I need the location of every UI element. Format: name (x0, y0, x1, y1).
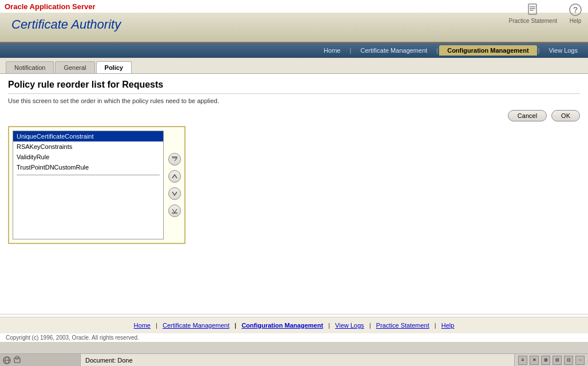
move-top-icon (171, 155, 179, 163)
statusbar-icon-4: ⊟ (553, 356, 562, 365)
page-description: Use this screen to set the order in whic… (8, 97, 580, 104)
help-icon: ? (569, 3, 582, 17)
statusbar: Document: Done ≡ ✕ ⊞ ⊟ ⊡ → (0, 353, 588, 366)
list-item[interactable]: ValidityRule (13, 152, 163, 162)
svg-rect-2 (530, 8, 535, 9)
move-bottom-icon (171, 207, 179, 215)
header-top: Oracle Application Server (0, 0, 588, 13)
nav-tab-view-logs[interactable]: View Logs (540, 45, 586, 56)
cancel-button[interactable]: Cancel (508, 110, 547, 121)
move-down-icon (171, 190, 179, 198)
move-bottom-button[interactable] (168, 204, 181, 217)
footer-nav: Home | Certificate Management | Configur… (0, 317, 588, 333)
statusbar-icon-1: ≡ (518, 356, 527, 365)
policy-list-box[interactable]: UniqueCertificateConstraint RSAKeyConstr… (13, 131, 164, 239)
subtab-notification[interactable]: Notification (6, 61, 54, 73)
footer-help-link[interactable]: Help (441, 322, 455, 329)
svg-rect-1 (530, 6, 535, 7)
subtab-general[interactable]: General (55, 61, 94, 73)
footer-practice-stmt-link[interactable]: Practice Statement (376, 322, 429, 329)
statusbar-right: ≡ ✕ ⊞ ⊟ ⊡ → (515, 356, 588, 365)
action-buttons: Cancel OK (8, 110, 580, 121)
list-divider (17, 175, 160, 175)
list-item[interactable]: UniqueCertificateConstraint (13, 131, 163, 141)
svg-rect-0 (528, 4, 536, 14)
footer-home-link[interactable]: Home (134, 322, 151, 329)
page-title: Policy rule reorder list for Requests (8, 80, 580, 94)
list-panel: UniqueCertificateConstraint RSAKeyConstr… (8, 126, 186, 244)
nav-tab-config-mgmt[interactable]: Configuration Management (439, 45, 536, 56)
main-content: Policy rule reorder list for Requests Us… (0, 74, 588, 314)
move-up-icon (171, 172, 179, 180)
svg-rect-11 (14, 358, 20, 363)
ok-button[interactable]: OK (551, 110, 580, 121)
copyright-text: Copyright (c) 1996, 2003, Oracle. All ri… (0, 333, 588, 342)
subtab-policy[interactable]: Policy (96, 61, 132, 73)
statusbar-left (0, 354, 80, 366)
nav-tab-cert-mgmt[interactable]: Certificate Management (353, 45, 436, 56)
svg-rect-3 (530, 10, 534, 11)
statusbar-doc-status: Document: Done (80, 354, 515, 366)
header-icons: Practice Statement ? Help (509, 3, 582, 24)
nav-tab-home[interactable]: Home (315, 45, 348, 56)
help-link[interactable]: ? Help (569, 3, 582, 24)
move-top-button[interactable] (168, 153, 181, 166)
statusbar-icon-3: ⊞ (541, 356, 550, 365)
security-icon (13, 356, 22, 365)
list-item[interactable]: TrustPointDNCustomRule (13, 162, 163, 172)
subtabs: Notification General Policy (0, 58, 588, 74)
practice-statement-link[interactable]: Practice Statement (509, 3, 557, 24)
arrow-buttons (168, 131, 181, 239)
footer-view-logs-link[interactable]: View Logs (335, 322, 364, 329)
cert-authority-title: Certificate Authority (0, 13, 121, 32)
statusbar-icon-5: ⊡ (564, 356, 573, 365)
move-down-button[interactable] (168, 187, 181, 200)
footer-cert-mgmt-link[interactable]: Certificate Management (163, 322, 230, 329)
earth-icon (2, 356, 11, 365)
app-title: Oracle Application Server (5, 2, 95, 11)
footer-config-mgmt-link[interactable]: Configuration Management (242, 322, 323, 329)
svg-text:?: ? (573, 5, 578, 14)
statusbar-icon-2: ✕ (530, 356, 539, 365)
header: Oracle Application Server Certificate Au… (0, 0, 588, 43)
navbar: Home | Certificate Management | Configur… (0, 43, 588, 58)
statusbar-icon-6: → (575, 356, 585, 365)
list-item[interactable]: RSAKeyConstraints (13, 141, 163, 152)
move-up-button[interactable] (168, 170, 181, 183)
document-icon (526, 3, 540, 17)
